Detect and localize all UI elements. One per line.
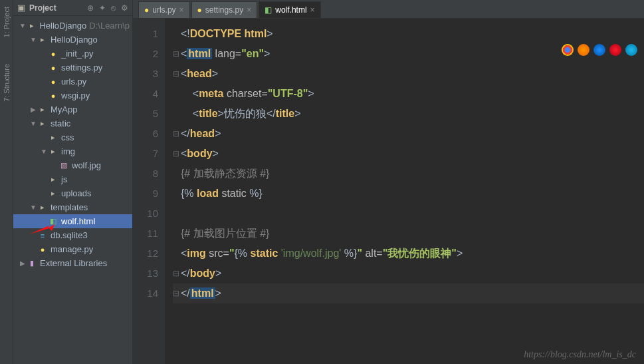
line-number[interactable]: 9 (133, 184, 158, 204)
tree-row[interactable]: ▸uploads (13, 186, 132, 200)
tree-row[interactable]: ▸js (13, 172, 132, 186)
line-number[interactable]: 6 (133, 124, 158, 144)
code-line[interactable]: <!DOCTYPE html> (173, 24, 644, 44)
expand-arrow-icon[interactable]: ▼ (19, 22, 27, 29)
fold-icon[interactable]: ⊟ (173, 264, 179, 283)
line-number[interactable]: 12 (133, 244, 158, 264)
line-number[interactable]: 13 (133, 264, 158, 283)
opera-icon[interactable] (609, 44, 621, 56)
fold-icon[interactable]: ⊟ (173, 124, 179, 144)
code-line[interactable]: ⊟</body> (173, 264, 644, 283)
fold-icon[interactable] (173, 184, 179, 204)
fold-icon[interactable] (173, 224, 179, 244)
sidebar-tools[interactable]: ⊕✦⎋⚙ (87, 3, 128, 13)
tool-window-bar[interactable]: 1: Project 7: Structure (0, 0, 13, 364)
close-icon[interactable]: × (247, 5, 251, 15)
fold-icon[interactable]: ⊟ (173, 44, 179, 64)
line-number[interactable]: 8 (133, 164, 158, 184)
code-text[interactable]: <!DOCTYPE html> (181, 24, 273, 44)
expand-arrow-icon[interactable]: ▼ (29, 204, 37, 211)
code-line[interactable]: ⊟</head> (173, 124, 644, 144)
tree-row[interactable]: ▼▸img (13, 144, 132, 158)
tree-row[interactable]: ▶▸MyApp (13, 102, 132, 116)
expand-arrow-icon[interactable]: ▼ (29, 120, 37, 127)
editor-tabs[interactable]: ●urls.py×●settings.py×◧wolf.html× (133, 0, 644, 19)
code-line[interactable] (173, 204, 644, 224)
line-number[interactable]: 2 (133, 44, 158, 64)
line-number[interactable]: 1 (133, 24, 158, 44)
code-text[interactable]: <meta charset="UTF-8"> (181, 84, 314, 104)
line-number[interactable]: 4 (133, 84, 158, 104)
editor-tab[interactable]: ●urls.py× (138, 1, 190, 18)
tool-tab-project[interactable]: 1: Project (3, 7, 11, 37)
code-line[interactable]: ⊟</html> (173, 283, 644, 303)
safari-icon[interactable] (593, 44, 605, 56)
fold-icon[interactable] (173, 244, 179, 264)
code-line[interactable]: <title>忧伤的狼</title> (173, 104, 644, 124)
tree-row[interactable]: ▼▸HelloDjango (13, 33, 132, 47)
expand-arrow-icon[interactable]: ▼ (29, 36, 37, 43)
project-tree[interactable]: ▼▸HelloDjangoD:\Learn\p▼▸HelloDjango●_in… (13, 16, 132, 273)
fold-icon[interactable]: ⊟ (173, 144, 179, 164)
fold-icon[interactable] (173, 164, 179, 184)
code-line[interactable]: <meta charset="UTF-8"> (173, 84, 644, 104)
fold-icon[interactable] (173, 204, 179, 224)
tree-row[interactable]: ≡db.sqlite3 (13, 228, 132, 242)
code-text[interactable]: </body> (181, 264, 221, 283)
browser-preview-bar[interactable] (562, 44, 637, 56)
tree-row[interactable]: ▶▮External Libraries (13, 256, 132, 270)
tree-row[interactable]: ●manage.py (13, 242, 132, 256)
code-line[interactable]: {# 加载图片位置 #} (173, 224, 644, 244)
expand-arrow-icon[interactable]: ▼ (40, 148, 48, 155)
code-line[interactable]: ⊟<head> (173, 64, 644, 84)
code-text[interactable]: <title>忧伤的狼</title> (181, 104, 301, 124)
line-number[interactable]: 11 (133, 224, 158, 244)
close-icon[interactable]: × (310, 5, 315, 15)
line-number[interactable]: 5 (133, 104, 158, 124)
chrome-icon[interactable] (562, 44, 574, 56)
code-text[interactable]: <img src="{% static 'img/wolf.jpg' %}" a… (181, 244, 463, 264)
line-number[interactable]: 14 (133, 283, 158, 303)
fold-icon[interactable] (173, 104, 179, 124)
code-line[interactable]: {% load static %} (173, 184, 644, 204)
code-text[interactable]: </head> (181, 124, 221, 144)
tree-row[interactable]: ▨wolf.jpg (13, 158, 132, 172)
expand-arrow-icon[interactable]: ▶ (29, 106, 37, 113)
tree-row[interactable]: ●wsgi.py (13, 89, 132, 102)
code-text[interactable]: <html lang="en"> (181, 44, 270, 64)
sidebar-tool-icon[interactable]: ⚙ (121, 3, 128, 13)
tree-row[interactable]: ▼▸HelloDjangoD:\Learn\p (13, 19, 132, 33)
code-text[interactable]: </html> (181, 283, 221, 303)
sidebar-tool-icon[interactable]: ⊕ (87, 3, 94, 13)
sidebar-tool-icon[interactable]: ✦ (99, 3, 106, 13)
fold-icon[interactable]: ⊟ (173, 283, 179, 303)
line-number[interactable]: 7 (133, 144, 158, 164)
firefox-icon[interactable] (578, 44, 590, 56)
editor-tab[interactable]: ●settings.py× (191, 1, 258, 18)
tree-row[interactable]: ▼▸templates (13, 200, 132, 214)
code-text[interactable]: {% load static %} (181, 184, 263, 204)
code-text[interactable]: {# 加载静态资源 #} (181, 164, 269, 184)
tool-tab-structure[interactable]: 7: Structure (3, 64, 11, 102)
fold-icon[interactable] (173, 24, 179, 44)
code-line[interactable]: <img src="{% static 'img/wolf.jpg' %}" a… (173, 244, 644, 264)
tree-row[interactable]: ▸css (13, 130, 132, 144)
tree-row[interactable]: ●settings.py (13, 61, 132, 75)
code-text[interactable]: {# 加载图片位置 #} (181, 224, 269, 244)
line-number[interactable]: 10 (133, 204, 158, 224)
line-number[interactable]: 3 (133, 64, 158, 84)
fold-icon[interactable] (173, 84, 179, 104)
sidebar-tool-icon[interactable]: ⎋ (111, 3, 116, 13)
close-icon[interactable]: × (179, 5, 184, 15)
editor-tab[interactable]: ◧wolf.html× (259, 1, 320, 18)
tree-row[interactable]: ▼▸static (13, 116, 132, 130)
expand-arrow-icon[interactable]: ▶ (19, 260, 27, 267)
code-line[interactable]: {# 加载静态资源 #} (173, 164, 644, 184)
code-line[interactable]: ⊟<body> (173, 144, 644, 164)
code-editor[interactable]: 1234567891011121314 <!DOCTYPE html>⊟<htm… (133, 19, 644, 364)
tree-row[interactable]: ◧wolf.html (13, 214, 132, 228)
code-area[interactable]: <!DOCTYPE html>⊟<html lang="en">⊟<head> … (165, 19, 644, 364)
tree-row[interactable]: ●_init_.py (13, 47, 132, 61)
fold-icon[interactable]: ⊟ (173, 64, 179, 84)
code-text[interactable]: <head> (181, 64, 218, 84)
